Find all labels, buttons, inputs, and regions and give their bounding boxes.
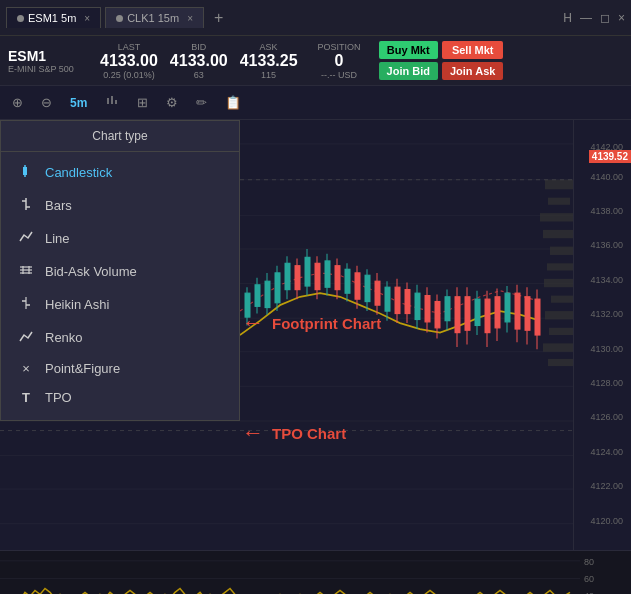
indicator-svg: 80 60 40 20 — [0, 551, 631, 594]
buy-mkt-button[interactable]: Buy Mkt — [379, 41, 438, 59]
renko-label: Renko — [45, 330, 83, 345]
svg-rect-41 — [285, 263, 290, 289]
price-scale: 4139.52 4142.00 4140.00 4138.00 4136.00 … — [573, 120, 631, 550]
settings-icon[interactable]: ⚙ — [162, 93, 182, 112]
price-level-7: 4128.00 — [590, 378, 623, 388]
svg-rect-77 — [335, 266, 340, 290]
zoom-in-icon[interactable]: ⊕ — [8, 93, 27, 112]
price-level-8: 4126.00 — [590, 412, 623, 422]
tab-clk1-label: CLK1 15m — [127, 12, 179, 24]
svg-rect-62 — [445, 297, 450, 321]
minimize-icon[interactable]: — — [580, 11, 592, 25]
svg-rect-86 — [395, 287, 400, 313]
price-level-6: 4130.00 — [590, 344, 623, 354]
chart-type-tpo[interactable]: T TPO — [1, 383, 239, 412]
chart-type-bars[interactable]: Bars — [1, 189, 239, 222]
chart-type-line[interactable]: Line — [1, 222, 239, 255]
mkt-buttons: Buy Mkt Join Bid — [379, 41, 438, 80]
tab-esm1[interactable]: ESM1 5m × — [6, 7, 101, 28]
position-value: 0 — [335, 52, 344, 70]
bid-label: BID — [191, 42, 206, 52]
svg-text:60: 60 — [584, 574, 594, 584]
add-tab-button[interactable]: + — [208, 9, 229, 27]
price-level-9: 4124.00 — [590, 447, 623, 457]
maximize-icon[interactable]: ◻ — [600, 11, 610, 25]
screenshot-icon[interactable]: 📋 — [221, 93, 245, 112]
bid-price-group: BID 4133.00 63 — [170, 42, 228, 80]
bid-ask-icon — [17, 262, 35, 281]
svg-rect-116 — [535, 299, 540, 335]
chart-type-icon[interactable] — [101, 92, 123, 113]
svg-rect-59 — [415, 293, 420, 319]
svg-rect-20 — [547, 263, 573, 270]
drawing-icon[interactable]: ✏ — [192, 93, 211, 112]
chart-type-renko[interactable]: Renko — [1, 321, 239, 354]
sell-mkt-button[interactable]: Sell Mkt — [442, 41, 503, 59]
svg-rect-98 — [455, 297, 460, 333]
price-level-10: 4122.00 — [590, 481, 623, 491]
price-level-2: 4138.00 — [590, 206, 623, 216]
chart-type-heikin-ashi[interactable]: Heikin Ashi — [1, 288, 239, 321]
svg-rect-68 — [505, 293, 510, 322]
svg-rect-17 — [540, 213, 573, 221]
price-level-1: 4140.00 — [590, 172, 623, 182]
svg-rect-23 — [545, 311, 573, 319]
tab-esm1-close[interactable]: × — [84, 13, 90, 24]
tab-clk1-close[interactable]: × — [187, 13, 193, 24]
point-figure-icon: × — [17, 361, 35, 376]
svg-rect-80 — [355, 273, 360, 299]
svg-rect-44 — [305, 257, 310, 286]
svg-rect-104 — [485, 299, 490, 332]
heikin-ashi-label: Heikin Ashi — [45, 297, 109, 312]
tab-dot2 — [116, 15, 123, 22]
tab-dot — [17, 15, 24, 22]
last-price-group: LAST 4133.00 0.25 (0.01%) — [100, 42, 158, 80]
svg-rect-53 — [365, 275, 370, 301]
price-level-5: 4132.00 — [590, 309, 623, 319]
join-bid-button[interactable]: Join Bid — [379, 62, 438, 80]
instrument-info: ESM1 E-MINI S&P 500 — [8, 48, 88, 74]
svg-rect-18 — [543, 230, 573, 238]
svg-rect-16 — [548, 198, 570, 205]
point-figure-label: Point&Figure — [45, 361, 120, 376]
join-ask-button[interactable]: Join Ask — [442, 62, 503, 80]
position-label: POSITION — [318, 42, 361, 52]
heikin-ashi-icon — [17, 295, 35, 314]
chart-type-bid-ask-volume[interactable]: Bid-Ask Volume — [1, 255, 239, 288]
zoom-out-icon[interactable]: ⊖ — [37, 93, 56, 112]
bars-icon — [17, 196, 35, 215]
last-value: 4133.00 — [100, 52, 158, 70]
svg-rect-110 — [515, 293, 520, 329]
chart-type-dropdown: Chart type Candlestick Bars — [0, 120, 240, 421]
svg-rect-92 — [425, 296, 430, 322]
svg-rect-35 — [265, 281, 270, 307]
instrument-symbol: ESM1 — [8, 48, 88, 64]
window-controls: H — ◻ × — [563, 11, 625, 25]
timeframe-button[interactable]: 5m — [66, 94, 91, 112]
dropdown-title: Chart type — [1, 121, 239, 152]
svg-rect-95 — [435, 302, 440, 328]
svg-rect-21 — [544, 279, 573, 287]
svg-rect-26 — [548, 359, 573, 366]
svg-rect-24 — [549, 328, 573, 335]
indicator-area: 80 60 40 20 — [0, 550, 631, 594]
svg-rect-89 — [405, 290, 410, 314]
chart-type-point-figure[interactable]: × Point&Figure — [1, 354, 239, 383]
help-icon[interactable]: H — [563, 11, 572, 25]
candlestick-label: Candlestick — [45, 165, 112, 180]
position-group: POSITION 0 --.-- USD — [318, 42, 361, 80]
close-window-icon[interactable]: × — [618, 11, 625, 25]
svg-rect-101 — [465, 297, 470, 330]
svg-rect-50 — [345, 269, 350, 293]
ask-price-group: ASK 4133.25 115 — [240, 42, 298, 80]
tab-bar: ESM1 5m × CLK1 15m × + H — ◻ × — [0, 0, 631, 36]
tab-clk1[interactable]: CLK1 15m × — [105, 7, 204, 28]
instrument-description: E-MINI S&P 500 — [8, 64, 88, 74]
svg-rect-119 — [23, 167, 27, 175]
instrument-bar: ESM1 E-MINI S&P 500 LAST 4133.00 0.25 (0… — [0, 36, 631, 86]
chart-type-candlestick[interactable]: Candlestick — [1, 156, 239, 189]
svg-rect-29 — [245, 293, 250, 317]
price-level-3: 4136.00 — [590, 240, 623, 250]
svg-rect-83 — [375, 281, 380, 305]
crosshair-icon[interactable]: ⊞ — [133, 93, 152, 112]
